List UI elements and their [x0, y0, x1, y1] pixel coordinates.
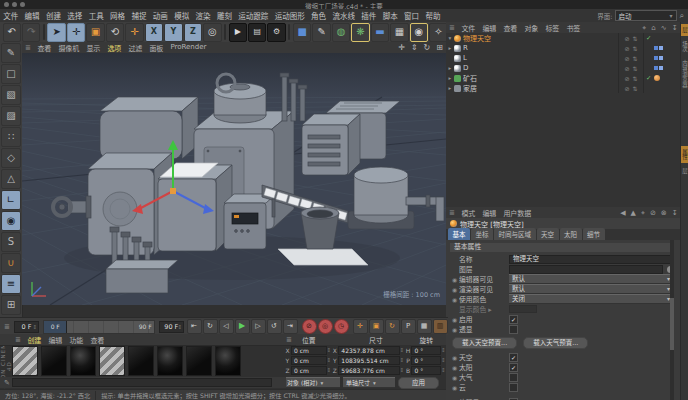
tag-column[interactable]: [644, 63, 680, 73]
position-field[interactable]: 0 cm: [291, 346, 327, 355]
object-manager-tool-icon[interactable]: ⌖: [640, 24, 649, 32]
keyframe-toggle-button[interactable]: P: [401, 319, 416, 334]
keyframe-toggle-button[interactable]: ▦: [417, 319, 432, 334]
palette-button[interactable]: ∪: [1, 253, 21, 273]
toolbar-button[interactable]: ✛: [67, 23, 85, 42]
toolbar-button[interactable]: ✛: [125, 23, 143, 42]
checkbox[interactable]: [509, 325, 518, 334]
material-menu-item[interactable]: 查看: [87, 335, 108, 345]
visibility-dots[interactable]: ⊘⇅: [618, 33, 644, 43]
size-field[interactable]: 108395.514 cm: [338, 356, 399, 365]
panel-menu-icon[interactable]: ≣: [12, 336, 24, 344]
load-preset-button[interactable]: 载入天气预置...: [523, 337, 588, 349]
material-swatch[interactable]: [12, 346, 38, 376]
object-label[interactable]: R: [463, 44, 468, 52]
keyframe-toggle-button[interactable]: ▣: [369, 319, 384, 334]
object-row[interactable]: L ⊘⇅: [446, 53, 680, 63]
viewport-nav-icon[interactable]: ↻: [421, 43, 434, 52]
palette-button[interactable]: ▨: [1, 106, 21, 126]
palette-button[interactable]: ∷: [1, 127, 21, 147]
object-label[interactable]: 家居: [463, 83, 477, 93]
toolbar-button[interactable]: ◉: [410, 23, 428, 42]
toolbar-button[interactable]: ✎: [312, 23, 330, 42]
color-field[interactable]: [509, 305, 537, 313]
dropdown-field[interactable]: 关闭: [509, 294, 672, 304]
menu-item[interactable]: 渲染: [192, 10, 213, 21]
position-field[interactable]: 0 cm: [291, 356, 327, 365]
apply-button[interactable]: 应用: [398, 377, 439, 389]
side-tab[interactable]: 场次: [681, 38, 688, 55]
attribute-manager-tool-icon[interactable]: ⊗: [658, 209, 669, 217]
toolbar-button[interactable]: ❋: [351, 23, 369, 42]
palette-button[interactable]: ≡: [1, 274, 21, 294]
object-tags[interactable]: [654, 75, 660, 81]
keyframe-dot-icon[interactable]: ◉: [450, 374, 459, 381]
viewport-menu-item[interactable]: 选项: [104, 43, 125, 53]
size-field[interactable]: 42357.878 cm: [338, 346, 399, 355]
object-row[interactable]: ▸ R ⊘⇅: [446, 43, 680, 53]
expand-icon[interactable]: ▸: [446, 75, 454, 81]
toolbar-button[interactable]: ↷: [22, 23, 40, 42]
toolbar-button[interactable]: ◍: [332, 23, 350, 42]
menu-item[interactable]: 文件: [0, 10, 21, 21]
palette-button[interactable]: ∟: [1, 190, 21, 210]
toolbar-button[interactable]: ✧: [429, 23, 447, 42]
search-icon[interactable]: ⌕: [680, 11, 684, 21]
object-label[interactable]: L: [463, 54, 467, 62]
transport-button[interactable]: ⇥: [283, 319, 298, 334]
dropdown-field[interactable]: 默认: [509, 274, 672, 284]
side-tab[interactable]: 层: [681, 165, 688, 177]
transport-button[interactable]: ◁: [219, 319, 234, 334]
toolbar-button[interactable]: Z: [184, 23, 202, 42]
layer-field[interactable]: [509, 265, 663, 274]
object-manager-tool-icon[interactable]: ∿: [658, 24, 669, 32]
object-manager-menu-item[interactable]: 书签: [563, 23, 584, 33]
palette-button[interactable]: ✎: [1, 43, 21, 63]
toolbar-button[interactable]: ■: [293, 23, 311, 42]
transport-button[interactable]: ⇤: [187, 319, 202, 334]
attribute-tab[interactable]: 太阳: [560, 228, 582, 240]
stepper-icon[interactable]: ⇕: [441, 367, 446, 373]
toolbar-button[interactable]: ▣: [86, 23, 104, 42]
material-swatch[interactable]: [157, 346, 183, 376]
size-mode-select[interactable]: 单轴尺寸: [343, 377, 395, 388]
viewport-canvas[interactable]: 栅格间距 : 100 cm: [22, 53, 446, 305]
object-label[interactable]: 矿石: [463, 73, 477, 83]
attribute-tab[interactable]: 细节: [583, 228, 605, 240]
menu-item[interactable]: 流水线: [329, 10, 358, 21]
keyframe-dot-icon[interactable]: ◉: [450, 384, 459, 391]
tag-column[interactable]: ✓: [644, 73, 680, 83]
material-swatch[interactable]: [186, 346, 212, 376]
object-manager-tool-icon[interactable]: ⌂: [649, 24, 658, 32]
menu-item[interactable]: 动画: [150, 10, 171, 21]
menu-item[interactable]: 角色: [308, 10, 329, 21]
object-manager-menu-item[interactable]: 标签: [542, 23, 563, 33]
attribute-manager-menu-item[interactable]: 用户数据: [500, 208, 535, 218]
material-swatch[interactable]: [70, 346, 96, 376]
menu-item[interactable]: 捕捉: [128, 10, 149, 21]
keyframe-dot-icon[interactable]: ◉: [450, 354, 459, 361]
visibility-dots[interactable]: ⊘⇅: [618, 63, 644, 73]
interface-select[interactable]: 启动 ▾: [615, 10, 677, 21]
palette-button[interactable]: ▧: [1, 85, 21, 105]
toolbar-button[interactable]: [288, 24, 290, 40]
toolbar-button[interactable]: ▦: [390, 23, 408, 42]
expand-icon[interactable]: ▸: [446, 45, 454, 51]
size-field[interactable]: 59683.776 cm: [338, 366, 399, 375]
record-button[interactable]: ◷: [334, 319, 349, 334]
attribute-manager-tool-icon[interactable]: ▲: [628, 209, 638, 217]
panel-menu-icon[interactable]: ≣: [22, 44, 34, 52]
palette-button[interactable]: ◇: [1, 148, 21, 168]
toolbar-button[interactable]: ⚙: [267, 23, 285, 42]
checkbox[interactable]: [509, 383, 518, 392]
toolbar-button[interactable]: ⟲: [106, 23, 124, 42]
transport-button[interactable]: ↺: [267, 319, 282, 334]
menu-item[interactable]: 编辑: [21, 10, 42, 21]
tag-column[interactable]: [644, 53, 680, 63]
viewport-nav-icon[interactable]: ⊞: [433, 43, 446, 52]
position-field[interactable]: 0 cm: [291, 366, 327, 375]
material-swatch[interactable]: [99, 346, 125, 376]
keyframe-toggle-button[interactable]: ▥: [433, 319, 448, 334]
material-swatch[interactable]: [41, 346, 67, 376]
viewport-menu-item[interactable]: 摄像机: [55, 43, 83, 53]
